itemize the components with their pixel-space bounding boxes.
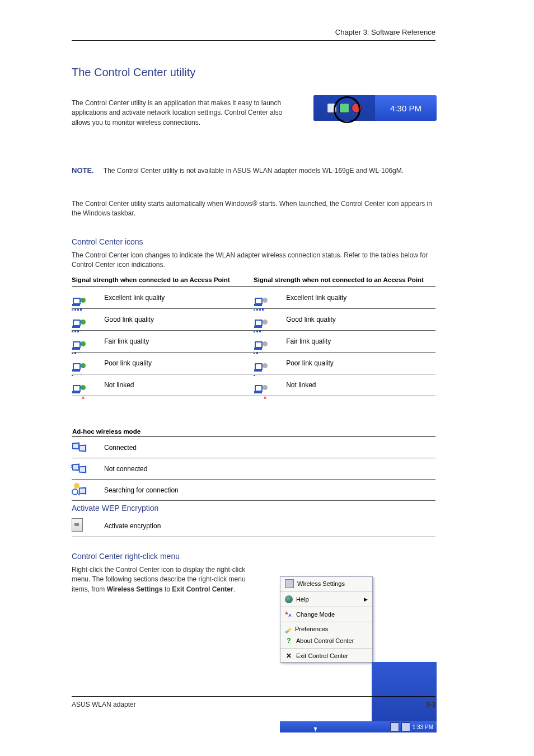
question-icon: ? <box>285 637 293 645</box>
globe-icon <box>285 595 293 603</box>
taskbar-screenshot: 4:30 PM <box>313 95 437 121</box>
rightclick-paragraph: Right-click the Control Center icon to d… <box>72 565 256 594</box>
menu-separator <box>280 622 372 622</box>
startup-text-a: The Control Center utility starts automa… <box>72 200 252 208</box>
registered-symbol: ® <box>252 200 257 208</box>
menu-about[interactable]: ? About Control Center <box>280 635 372 647</box>
adhoc-table: Ad-hoc wireless mode Connected × Not con… <box>72 428 435 501</box>
rc-text-b: Wireless Settings <box>107 585 163 593</box>
menu-label: Exit Control Center <box>296 652 348 659</box>
footer-rule <box>72 696 435 697</box>
footer-text: ASUS WLAN adapter <box>72 701 136 708</box>
menu-wireless-settings[interactable]: Wireless Settings <box>280 577 372 590</box>
menu-preferences[interactable]: Preferences <box>280 623 372 635</box>
signal-desc: Excellent link quality <box>286 287 435 309</box>
wep-desc: Activate encryption <box>104 515 435 537</box>
menu-change-mode[interactable]: Change Mode <box>280 608 372 621</box>
menu-help[interactable]: Help ▶ <box>280 593 372 605</box>
adhoc-icon-notconnected: × <box>72 462 86 474</box>
menu-label: About Control Center <box>296 637 354 644</box>
note-block: NOTE. The Control Center utility is not … <box>72 166 435 176</box>
mini-taskbar-clock: 1:33 PM <box>413 724 433 730</box>
menu-separator <box>280 591 372 592</box>
menu-label: Wireless Settings <box>297 580 345 587</box>
wep-icon <box>72 518 83 532</box>
menu-label: Preferences <box>295 626 328 632</box>
menu-separator <box>280 648 372 649</box>
rightclick-heading: Control Center right-click menu <box>72 552 180 561</box>
rc-text-c: to <box>163 585 172 593</box>
adhoc-desc: Searching for connection <box>104 480 435 501</box>
cursor-icon <box>314 726 318 731</box>
startup-paragraph: The Control Center utility starts automa… <box>72 199 435 219</box>
note-label: NOTE. <box>72 166 94 175</box>
adhoc-icon-searching <box>72 483 86 495</box>
menu-separator <box>280 607 372 607</box>
wep-table: Activate encryption <box>72 515 435 537</box>
menu-exit[interactable]: ✕ Exit Control Center <box>280 650 372 662</box>
signal-desc: Fair link quality <box>104 331 254 353</box>
change-mode-icon <box>285 611 293 618</box>
icons-heading: Control Center icons <box>72 237 143 246</box>
signal-desc: Poor link quality <box>286 353 435 374</box>
icons-paragraph: The Control Center icon changes to indic… <box>72 251 435 270</box>
system-tray <box>313 95 375 121</box>
mini-desktop-area: 1:33 PM <box>372 662 437 732</box>
menu-label: Help <box>296 596 309 603</box>
mini-taskbar: 1:33 PM <box>280 721 437 732</box>
signal-desc: Fair link quality <box>286 331 435 353</box>
close-icon: ✕ <box>285 652 293 660</box>
adhoc-icon-connected <box>72 440 86 453</box>
context-menu: Wireless Settings Help ▶ Change Mode Pre… <box>280 576 373 663</box>
taskbar-clock: 4:30 PM <box>375 104 437 113</box>
menu-label: Change Mode <box>296 611 335 618</box>
signal-desc: Not linked <box>104 374 254 396</box>
signal-desc: Good link quality <box>104 309 254 331</box>
tray-icon <box>390 722 399 731</box>
signal-desc: Poor link quality <box>104 353 254 374</box>
tray-icon-alert <box>352 103 362 113</box>
wireless-settings-icon <box>285 579 294 588</box>
page-number: 3-3 <box>426 701 435 708</box>
adhoc-desc: Connected <box>104 437 435 458</box>
chapter-heading: Chapter 3: Software Reference <box>335 28 435 36</box>
signal-strength-table: Signal strength when connected to an Acc… <box>72 274 435 396</box>
note-text: The Control Center utility is not availa… <box>104 167 404 175</box>
pencil-icon <box>285 627 292 633</box>
signal-desc: Not linked <box>286 374 435 396</box>
rc-text-e: . <box>233 585 235 593</box>
adhoc-desc: Not connected <box>104 458 435 480</box>
col-head-left: Signal strength when connected to an Acc… <box>72 274 254 287</box>
signal-desc: Excellent link quality <box>104 287 254 309</box>
wep-heading: Activate WEP Encryption <box>72 504 158 513</box>
tray-icon <box>401 722 410 731</box>
context-menu-screenshot: Wireless Settings Help ▶ Change Mode Pre… <box>280 576 437 732</box>
tray-icon-generic <box>327 103 337 113</box>
col-head-right: Signal strength when not connected to an… <box>254 274 435 287</box>
tray-icon-wlan <box>339 103 349 113</box>
adhoc-head: Ad-hoc wireless mode <box>72 428 435 437</box>
signal-desc: Good link quality <box>286 309 435 331</box>
submenu-arrow-icon: ▶ <box>364 597 368 602</box>
page-title: The Control Center utility <box>72 66 195 79</box>
intro-paragraph: The Control Center utility is an applica… <box>72 98 296 128</box>
rc-text-d: Exit Control Center <box>172 585 233 593</box>
header-rule <box>72 40 435 41</box>
